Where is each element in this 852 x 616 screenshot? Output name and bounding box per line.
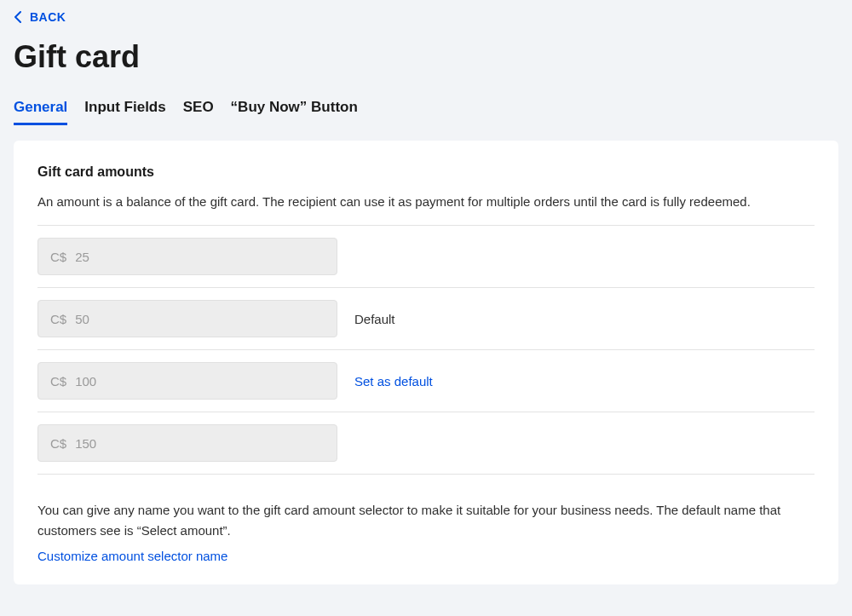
amount-value-input[interactable] [75,436,325,451]
tab-seo[interactable]: SEO [183,99,214,125]
currency-prefix: C$ [50,312,66,326]
back-link[interactable]: BACK [14,10,66,24]
settings-card: Gift card amounts An amount is a balance… [14,141,838,584]
amount-row: C$ Default [37,287,815,349]
page-title: Gift card [14,39,838,75]
set-default-link[interactable]: Set as default [354,374,433,389]
tab-input-fields[interactable]: Input Fields [84,99,165,125]
amount-value-input[interactable] [75,374,325,389]
amount-row: C$ [37,412,815,475]
amount-input[interactable]: C$ [37,362,337,400]
amount-row: C$ [37,225,815,287]
amount-input[interactable]: C$ [37,424,337,462]
default-badge: Default [354,312,395,326]
amount-list: C$ C$ Default C$ Set as default [37,225,815,475]
chevron-left-icon [14,11,21,23]
footer-text: You can give any name you want to the gi… [37,500,815,540]
section-title: Gift card amounts [37,164,815,180]
back-label: BACK [30,10,66,24]
section-description: An amount is a balance of the gift card.… [37,192,815,211]
amount-input[interactable]: C$ [37,300,337,337]
currency-prefix: C$ [50,374,66,389]
amount-row: C$ Set as default [37,349,815,412]
tab-general[interactable]: General [14,99,67,125]
currency-prefix: C$ [50,250,66,264]
amount-value-input[interactable] [75,250,325,264]
customize-selector-link[interactable]: Customize amount selector name [37,549,227,563]
tab-buy-now-button[interactable]: “Buy Now” Button [231,99,358,125]
currency-prefix: C$ [50,436,66,451]
amount-value-input[interactable] [75,312,325,326]
amount-input[interactable]: C$ [37,238,337,275]
tabs: General Input Fields SEO “Buy Now” Butto… [14,99,838,125]
